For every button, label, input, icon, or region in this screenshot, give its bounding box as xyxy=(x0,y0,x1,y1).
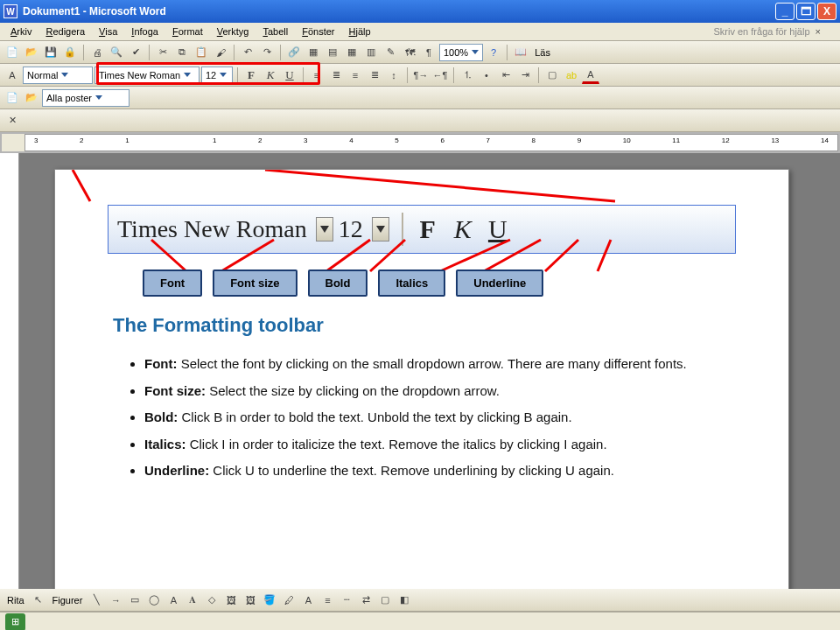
docmap-button[interactable]: 🗺 xyxy=(401,44,418,61)
callout-underline: Underline xyxy=(456,270,543,297)
picture-button[interactable]: 🖼 xyxy=(242,592,259,609)
paste-button[interactable]: 📋 xyxy=(192,44,210,61)
arrow-button[interactable]: → xyxy=(107,592,124,609)
clipart-button[interactable]: 🖼 xyxy=(222,592,240,609)
excel-button[interactable]: ▦ xyxy=(343,44,360,61)
format-painter-button[interactable]: 🖌 xyxy=(212,44,229,61)
print-button[interactable]: 🖨 xyxy=(88,44,106,61)
numbering-button[interactable]: ⒈ xyxy=(458,66,476,84)
rectangle-button[interactable]: ▭ xyxy=(126,592,144,609)
autoshapes-menu[interactable]: Figurer xyxy=(49,595,87,606)
callout-font: Font xyxy=(143,270,202,297)
zoom-select[interactable]: 100% xyxy=(439,44,483,61)
font-color-button[interactable]: A xyxy=(582,66,599,84)
ruler-horizontal: 3 2 1 1 2 3 4 5 6 7 8 9 10 11 12 13 14 xyxy=(0,132,840,153)
help-button[interactable]: ? xyxy=(485,44,502,61)
font-color-button-draw[interactable]: A xyxy=(299,592,317,609)
align-left-button[interactable]: ≡ xyxy=(308,66,326,84)
tables-button[interactable]: ▦ xyxy=(304,44,322,61)
line-spacing-button[interactable]: ↕ xyxy=(385,66,402,84)
ruler-mark: 3 xyxy=(34,136,38,144)
bold-button[interactable]: F xyxy=(242,66,260,84)
decrease-indent-button[interactable]: ⇤ xyxy=(497,66,514,84)
ruler-mark: 3 xyxy=(304,136,307,144)
line-style-button[interactable]: ≡ xyxy=(318,592,336,609)
minimize-button[interactable]: _ xyxy=(775,3,794,20)
menu-fonster[interactable]: Fönster xyxy=(295,24,341,38)
maximize-button[interactable]: 🗖 xyxy=(796,3,816,20)
menu-arkiv[interactable]: Arkiv xyxy=(4,24,38,38)
fill-color-button[interactable]: 🪣 xyxy=(261,592,278,609)
copy-button[interactable]: ⧉ xyxy=(173,44,191,61)
cut-button[interactable]: ✂ xyxy=(154,44,172,61)
menu-hjalp[interactable]: Hjälp xyxy=(342,24,378,38)
font-size-select[interactable]: 12 xyxy=(201,66,233,84)
help-search-box[interactable]: Skriv en fråga för hjälp xyxy=(714,26,837,37)
oval-button[interactable]: ◯ xyxy=(145,592,163,609)
svg-line-1 xyxy=(265,170,615,201)
start-button[interactable]: ⊞ xyxy=(5,613,25,631)
bullet-term: Bold: xyxy=(144,410,178,424)
bullet-text: Click I in order to italicize the text. … xyxy=(186,437,607,452)
menu-tabell[interactable]: Tabell xyxy=(256,24,295,38)
ruler-mark: 1 xyxy=(213,136,216,144)
3d-button[interactable]: ◧ xyxy=(396,592,413,609)
menu-visa[interactable]: Visa xyxy=(92,24,124,38)
italic-button[interactable]: K xyxy=(262,66,279,84)
drawing-button[interactable]: ✎ xyxy=(382,44,399,61)
columns-button[interactable]: ▥ xyxy=(362,44,380,61)
diagram-button[interactable]: ◇ xyxy=(203,592,220,609)
close-header-button[interactable]: ✕ xyxy=(4,112,21,130)
wordart-button[interactable]: 𝐀 xyxy=(184,592,201,609)
spellcheck-button[interactable]: ✔ xyxy=(127,44,144,61)
highlight-button[interactable]: ab xyxy=(563,66,580,84)
styles-pane-button[interactable]: A xyxy=(4,66,21,84)
select-objects-button[interactable]: ↖ xyxy=(30,592,47,609)
mail-setup-button[interactable]: 📄 xyxy=(4,89,21,107)
open-button[interactable]: 📂 xyxy=(23,44,40,61)
paragraph-marks-button[interactable]: ¶ xyxy=(420,44,438,61)
borders-button[interactable]: ▢ xyxy=(543,66,561,84)
bullets-button[interactable]: • xyxy=(478,66,495,84)
mail-open-button[interactable]: 📂 xyxy=(23,89,40,107)
ruler-mark: 1 xyxy=(125,136,129,144)
permission-button[interactable]: 🔒 xyxy=(61,44,79,61)
draw-menu[interactable]: Rita xyxy=(4,595,28,606)
style-select[interactable]: Normal xyxy=(23,66,93,84)
justify-button[interactable]: ≣ xyxy=(366,66,383,84)
ltr-button[interactable]: ¶→ xyxy=(412,66,430,84)
dash-style-button[interactable]: ┄ xyxy=(338,592,355,609)
print-preview-button[interactable]: 🔍 xyxy=(108,44,125,61)
undo-button[interactable]: ↶ xyxy=(239,44,256,61)
line-button[interactable]: ╲ xyxy=(88,592,105,609)
close-button[interactable]: X xyxy=(817,3,836,20)
redo-button[interactable]: ↷ xyxy=(258,44,276,61)
align-right-button[interactable]: ≡ xyxy=(346,66,364,84)
arrow-style-button[interactable]: ⇄ xyxy=(357,592,374,609)
chevron-down-icon xyxy=(472,50,479,54)
font-select[interactable]: Times New Roman xyxy=(94,66,200,84)
separator xyxy=(234,45,234,60)
increase-indent-button[interactable]: ⇥ xyxy=(516,66,534,84)
menu-verktyg[interactable]: Verktyg xyxy=(210,24,256,38)
menu-bar: Arkiv Redigera Visa Infoga Format Verkty… xyxy=(0,23,840,41)
ruler-vertical[interactable] xyxy=(0,153,19,589)
read-button[interactable]: 📖 xyxy=(512,44,529,61)
save-button[interactable]: 💾 xyxy=(42,44,60,61)
hyperlink-button[interactable]: 🔗 xyxy=(285,44,303,61)
underline-button[interactable]: U xyxy=(281,66,298,84)
mail-recipients-select[interactable]: Alla poster xyxy=(42,89,130,107)
textbox-button[interactable]: A xyxy=(164,592,182,609)
line-color-button[interactable]: 🖊 xyxy=(280,592,298,609)
menu-infoga[interactable]: Infoga xyxy=(124,24,165,38)
table-insert-button[interactable]: ▤ xyxy=(324,44,341,61)
document-scroll-area[interactable]: Times New Roman 12 F K U Font Font size … xyxy=(19,153,840,589)
menu-redigera[interactable]: Redigera xyxy=(38,24,92,38)
menu-format[interactable]: Format xyxy=(165,24,210,38)
new-doc-button[interactable]: 📄 xyxy=(4,44,21,61)
bullet-text: Select the font by clicking on the small… xyxy=(177,356,686,371)
rtl-button[interactable]: ←¶ xyxy=(431,66,449,84)
shadow-button[interactable]: ▢ xyxy=(376,592,394,609)
align-center-button[interactable]: ≣ xyxy=(327,66,345,84)
ruler-scale[interactable]: 3 2 1 1 2 3 4 5 6 7 8 9 10 11 12 13 14 xyxy=(24,134,838,151)
